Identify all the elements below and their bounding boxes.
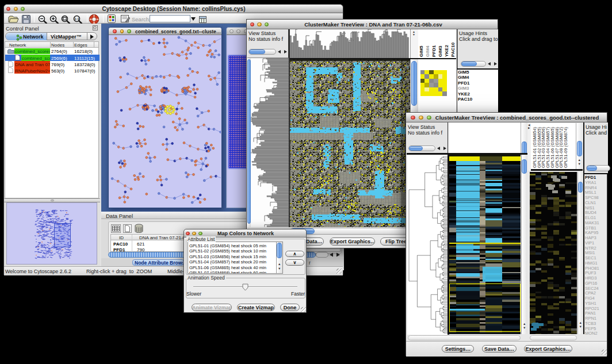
svg-text:1:1: 1:1 bbox=[75, 17, 79, 21]
